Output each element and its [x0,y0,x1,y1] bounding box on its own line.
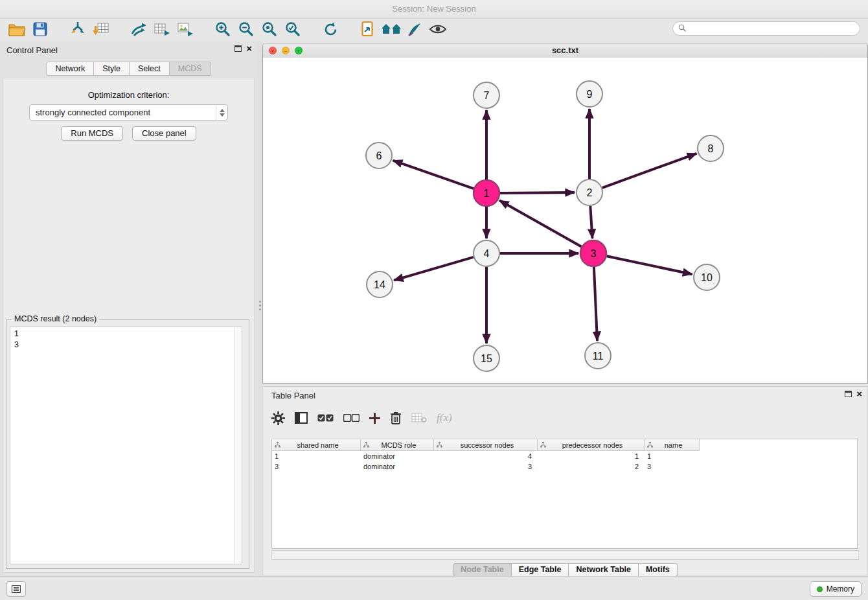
minimize-window-icon[interactable]: − [282,47,290,54]
close-table-panel-icon[interactable]: × [856,390,862,398]
close-panel-icon[interactable]: × [246,45,252,52]
table-cell[interactable]: 3 [434,461,538,472]
node-7[interactable]: 7 [474,82,499,108]
refresh-view-button[interactable] [319,20,342,41]
table-cell[interactable]: 3 [272,461,361,472]
svg-text:11: 11 [593,351,604,362]
result-scrollbar[interactable] [234,327,242,564]
column-header-successor-nodes[interactable]: successor nodes [434,439,538,451]
zoom-in-button[interactable] [211,20,234,41]
column-header-mcds-role[interactable]: MCDS role [361,439,434,451]
table-cell[interactable]: dominator [361,451,434,461]
tab-node-table[interactable]: Node Table [453,563,511,577]
node-3[interactable]: 3 [580,240,606,266]
show-column-button[interactable] [295,412,308,424]
table-settings-button[interactable] [271,411,285,425]
node-2[interactable]: 2 [577,179,602,205]
node-9[interactable]: 9 [577,81,602,107]
svg-text:6: 6 [376,150,382,161]
float-panel-icon[interactable] [234,45,242,52]
delete-table-button-disabled[interactable] [411,413,427,423]
table-toolbar: f(x) [271,405,859,431]
export-table-button[interactable] [150,20,174,41]
run-mcds-button[interactable]: Run MCDS [61,126,123,141]
function-builder-button-disabled[interactable]: f(x) [437,411,452,424]
edge-3-10[interactable] [607,256,692,274]
svg-text:15: 15 [481,353,492,364]
edge-2-8[interactable] [602,154,697,188]
create-column-button[interactable] [369,413,380,424]
edge-1-2[interactable] [500,192,575,193]
criterion-dropdown[interactable]: strongly connected component [29,104,228,121]
mcds-result-area[interactable]: 1 3 [10,327,242,564]
table-cell[interactable]: dominator [361,461,434,472]
network-canvas[interactable]: 7968124314101511 [263,58,867,384]
node-6[interactable]: 6 [366,143,392,168]
open-session-button[interactable] [5,20,29,41]
import-network-button[interactable] [66,20,89,41]
close-window-icon[interactable]: × [269,47,277,54]
tab-network-table[interactable]: Network Table [569,563,639,577]
edge-4-14[interactable] [394,257,474,281]
select-all-columns-button[interactable] [317,414,334,422]
save-session-button[interactable] [29,20,52,41]
float-table-panel-icon[interactable] [845,391,852,397]
home-view-button[interactable] [380,20,403,41]
search-field[interactable] [672,21,860,36]
svg-text:9: 9 [587,89,593,100]
table-cell[interactable]: 1 [645,451,700,461]
splitter-handle-icon [259,301,261,310]
column-header-name[interactable]: name [645,439,700,451]
edge-3-11[interactable] [594,267,597,341]
table-cell[interactable]: 4 [434,451,538,461]
tab-edge-table[interactable]: Edge Table [512,563,569,577]
table-row[interactable]: 3dominator323 [272,461,857,472]
node-8[interactable]: 8 [698,135,724,161]
column-header-shared-name[interactable]: shared name [272,439,361,451]
tab-mcds[interactable]: MCDS [170,62,211,76]
column-header-predecessor-nodes[interactable]: predecessor nodes [538,439,645,451]
deselect-all-columns-button[interactable] [343,414,360,422]
eye-icon [429,23,447,38]
zoom-selected-button[interactable] [281,20,304,41]
table-row[interactable]: 1dominator411 [272,451,857,461]
edge-3-1[interactable] [499,200,582,246]
tab-select[interactable]: Select [130,62,170,76]
svg-text:8: 8 [708,143,714,154]
export-network-button[interactable] [127,20,150,41]
node-1[interactable]: 1 [474,180,499,206]
tab-network[interactable]: Network [46,62,94,76]
sort-hierarchy-icon [363,441,369,449]
node-11[interactable]: 11 [585,343,611,369]
export-image-button[interactable] [174,20,197,41]
close-panel-button[interactable]: Close panel [132,126,196,141]
node-15[interactable]: 15 [474,345,499,371]
delete-column-button[interactable] [390,411,402,424]
table-cell[interactable]: 2 [538,461,645,472]
show-hide-graphics-button[interactable] [426,20,450,41]
memory-button[interactable]: Memory [810,581,862,597]
search-input[interactable] [689,23,860,34]
table-cell[interactable]: 3 [645,461,700,472]
control-panel-title: Control Panel [6,45,58,55]
node-14[interactable]: 14 [367,271,393,297]
tab-style[interactable]: Style [94,62,130,76]
table-cell[interactable]: 1 [272,451,361,461]
zoom-fit-button[interactable] [258,20,281,41]
table-cell[interactable]: 1 [538,451,645,461]
maximize-window-icon[interactable]: + [295,47,303,54]
task-history-button[interactable] [6,581,26,597]
node-4[interactable]: 4 [474,240,499,266]
first-neighbors-button[interactable] [356,20,380,41]
panel-splitter[interactable] [257,41,262,577]
tab-motifs[interactable]: Motifs [639,563,678,577]
node-10[interactable]: 10 [694,264,720,290]
import-table-button[interactable] [89,20,113,41]
edge-2-3[interactable] [590,206,592,238]
edge-1-6[interactable] [393,161,474,189]
table-horizontal-scrollbar[interactable] [271,550,859,560]
zoom-out-button[interactable] [234,20,258,41]
apply-style-button[interactable] [403,20,426,41]
svg-text:3: 3 [591,248,597,259]
memory-status-icon [817,586,823,592]
